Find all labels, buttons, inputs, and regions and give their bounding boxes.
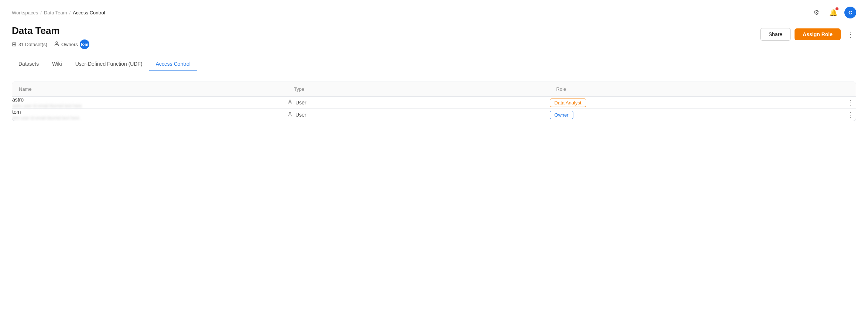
cell-actions-astro: ⋮ [841,97,856,109]
breadcrumb-current: Access Control [73,10,105,15]
user-icon-tom [287,111,293,118]
cell-type-inner-astro: User [287,99,549,106]
cell-type-astro: User [287,97,549,109]
row-more-button-tom[interactable]: ⋮ [845,110,856,120]
datasets-count: 31 Dataset(s) [18,42,47,47]
user-avatar-initial: C [848,10,852,15]
row-sub-astro: astro user id email blurred text here [12,103,287,108]
table-header-row: Name Type Role [12,82,856,97]
breadcrumb: Workspaces / Data Team / Access Control [12,10,105,15]
tab-udf[interactable]: User-Defined Function (UDF) [69,57,149,71]
user-avatar-button[interactable]: C [844,7,856,18]
type-label-tom: User [295,112,306,118]
tab-wiki[interactable]: Wiki [45,57,68,71]
cell-actions-tom: ⋮ [841,109,856,121]
table-row: astro astro user id email blurred text h… [12,97,856,109]
access-control-table-wrapper: Name Type Role astro astro user id email… [12,82,856,121]
owners-label: Owners [61,42,78,47]
col-type: Type [287,82,549,97]
user-icon-astro [287,99,293,106]
owners-meta: Owners tom [54,39,89,49]
cell-role-astro: Data Analyst [550,97,841,109]
grid-icon: ⊞ [12,41,17,48]
row-sub-tom: tom user id email blurred text here [12,116,287,121]
breadcrumb-workspaces[interactable]: Workspaces [12,10,38,15]
notification-bell-button[interactable]: 🔔 [827,7,839,18]
cell-type-tom: User [287,109,549,121]
notification-dot [836,7,838,10]
row-name-astro: astro [12,97,287,103]
cell-name-astro: astro astro user id email blurred text h… [12,97,287,109]
tab-access-control[interactable]: Access Control [149,57,197,71]
page-header: Data Team ⊞ 31 Dataset(s) Owners tom [0,18,868,49]
table-row: tom tom user id email blurred text here [12,109,856,121]
top-icons: ⚙ 🔔 C [810,7,856,18]
role-badge-tom: Owner [550,111,573,119]
content: Name Type Role astro astro user id email… [0,71,868,131]
col-actions [841,82,856,97]
datasets-meta: ⊞ 31 Dataset(s) [12,41,47,48]
assign-role-button[interactable]: Assign Role [795,28,841,40]
role-badge-astro: Data Analyst [550,99,586,107]
owners-person-icon [54,41,59,48]
gear-icon: ⚙ [813,8,819,17]
owner-avatar: tom [80,39,89,49]
header-more-button[interactable]: ⋮ [844,28,856,40]
owner-avatar-text: tom [81,42,88,46]
cell-name-tom: tom tom user id email blurred text here [12,109,287,121]
svg-point-1 [289,100,291,102]
tabs: Datasets Wiki User-Defined Function (UDF… [0,57,868,71]
row-name-tom: tom [12,109,287,115]
cell-role-tom: Owner [550,109,841,121]
tab-datasets[interactable]: Datasets [12,57,45,71]
share-button[interactable]: Share [760,28,791,41]
cell-type-inner-tom: User [287,111,549,118]
breadcrumb-sep1: / [40,10,42,15]
top-bar: Workspaces / Data Team / Access Control … [0,0,868,18]
svg-point-2 [289,112,291,114]
access-control-table: Name Type Role astro astro user id email… [12,82,856,121]
type-label-astro: User [295,100,306,106]
header-actions: Share Assign Role ⋮ [760,28,856,41]
breadcrumb-sep2: / [69,10,71,15]
page-title-area: Data Team ⊞ 31 Dataset(s) Owners tom [12,25,89,49]
svg-point-0 [56,42,58,44]
more-vert-icon: ⋮ [847,30,854,39]
gear-button[interactable]: ⚙ [810,7,822,18]
page-meta: ⊞ 31 Dataset(s) Owners tom [12,39,89,49]
col-name: Name [12,82,287,97]
row-more-button-astro[interactable]: ⋮ [845,98,856,107]
breadcrumb-data-team[interactable]: Data Team [44,10,67,15]
page-title: Data Team [12,25,89,37]
col-role: Role [550,82,841,97]
